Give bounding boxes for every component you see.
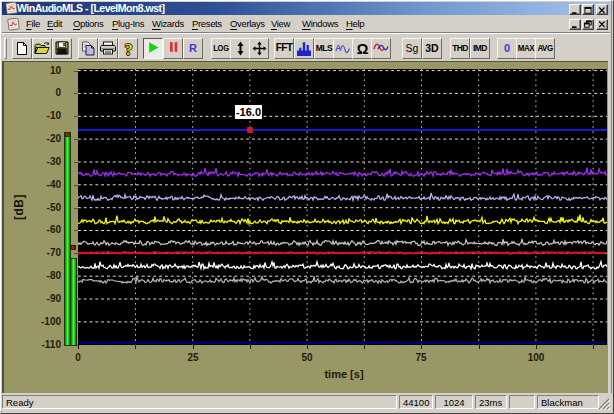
svg-text:Ω: Ω	[356, 41, 368, 55]
svg-text:?: ?	[124, 41, 132, 57]
